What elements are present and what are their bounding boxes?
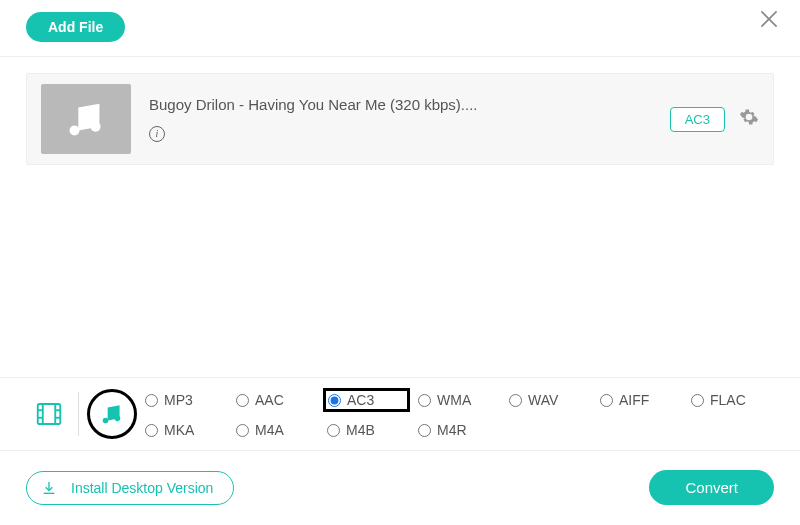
svg-point-3 [91, 122, 101, 132]
output-format-badge[interactable]: AC3 [670, 107, 725, 132]
format-label: MP3 [164, 392, 193, 408]
audio-mode-tab[interactable] [89, 389, 135, 439]
format-option-wma[interactable]: WMA [414, 388, 501, 412]
format-option-m4a[interactable]: M4A [232, 420, 319, 440]
format-label: AIFF [619, 392, 649, 408]
format-option-m4r[interactable]: M4R [414, 420, 501, 440]
file-thumbnail [41, 84, 131, 154]
format-label: M4A [255, 422, 284, 438]
video-mode-tab[interactable] [26, 389, 72, 439]
format-label: M4B [346, 422, 375, 438]
svg-point-11 [103, 418, 109, 424]
format-option-mka[interactable]: MKA [141, 420, 228, 440]
file-title: Bugoy Drilon - Having You Near Me (320 k… [149, 96, 652, 113]
svg-rect-4 [38, 404, 61, 424]
format-selection-bar: MP3 AAC AC3 WMA WAV AIFF FLAC MKA M4A M4… [0, 377, 800, 451]
file-item: Bugoy Drilon - Having You Near Me (320 k… [26, 73, 774, 165]
format-label: MKA [164, 422, 194, 438]
format-option-aiff[interactable]: AIFF [596, 388, 683, 412]
download-icon [41, 480, 57, 496]
format-label: M4R [437, 422, 467, 438]
install-label: Install Desktop Version [71, 480, 213, 496]
svg-point-12 [115, 416, 121, 422]
format-option-m4b[interactable]: M4B [323, 420, 410, 440]
format-label: AAC [255, 392, 284, 408]
bottom-bar: Install Desktop Version Convert [0, 452, 800, 525]
format-option-mp3[interactable]: MP3 [141, 388, 228, 412]
top-toolbar: Add File [0, 0, 800, 57]
format-option-aac[interactable]: AAC [232, 388, 319, 412]
format-option-wav[interactable]: WAV [505, 388, 592, 412]
format-option-flac[interactable]: FLAC [687, 388, 774, 412]
music-icon [63, 96, 109, 142]
file-info: Bugoy Drilon - Having You Near Me (320 k… [149, 96, 652, 142]
svg-point-2 [70, 126, 80, 136]
format-grid: MP3 AAC AC3 WMA WAV AIFF FLAC MKA M4A M4… [141, 388, 774, 440]
format-label: WMA [437, 392, 471, 408]
format-label: AC3 [347, 392, 374, 408]
install-desktop-button[interactable]: Install Desktop Version [26, 471, 234, 505]
format-option-ac3[interactable]: AC3 [323, 388, 410, 412]
format-label: FLAC [710, 392, 746, 408]
settings-icon[interactable] [739, 107, 759, 131]
mode-divider [78, 392, 79, 436]
add-file-button[interactable]: Add File [26, 12, 125, 42]
info-icon[interactable]: i [149, 126, 165, 142]
convert-button[interactable]: Convert [649, 470, 774, 505]
format-label: WAV [528, 392, 558, 408]
close-icon[interactable] [756, 6, 782, 36]
